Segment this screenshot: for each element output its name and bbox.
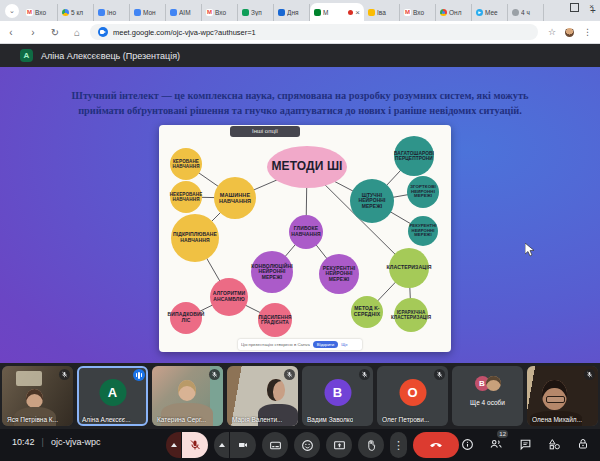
banner-text: Цю презентацію створено в Canva xyxy=(241,342,310,347)
participant-tile[interactable]: Яся Петрівна К... xyxy=(2,366,73,426)
chat-icon[interactable] xyxy=(518,437,532,451)
browser-tab[interactable]: Онл xyxy=(436,4,472,21)
drive-favicon xyxy=(62,9,69,16)
slide-banner: Цю презентацію створено в Canva Відкрити… xyxy=(238,339,362,350)
present-screen-button[interactable] xyxy=(326,432,352,458)
host-controls-icon[interactable] xyxy=(576,437,590,451)
presenter-avatar: А xyxy=(20,49,33,62)
window-close-icon[interactable]: × xyxy=(589,2,594,12)
mindmap-node-rnn_t: РЕКУРЕНТНІ НЕЙРОННІ МЕРЕЖІ xyxy=(408,216,438,246)
browser-url-bar: ‹ › ↻ ⌂ meet.google.com/ojc-vjva-wpc?aut… xyxy=(0,21,600,44)
participant-tile[interactable]: ООлег Петрови... xyxy=(377,366,448,426)
participant-tile[interactable]: Олена Михайл... xyxy=(527,366,598,426)
camera-button[interactable] xyxy=(230,432,256,458)
meeting-meta: 10:42 | ojc-vjva-wpc xyxy=(12,437,100,447)
browser-tab[interactable]: Вхо xyxy=(22,4,58,21)
chrome-favicon xyxy=(440,9,447,16)
participant-tile[interactable]: Катерина Серг... xyxy=(152,366,223,426)
gmail-favicon xyxy=(404,9,411,16)
participant-tile[interactable]: ВВадим Заволко xyxy=(302,366,373,426)
meeting-panels: 12 xyxy=(460,437,590,451)
tab-title: Мон xyxy=(143,9,161,16)
participant-name: Катерина Серг... xyxy=(157,416,206,423)
url-text: meet.google.com/ojc-vjva-wpc?authuser=1 xyxy=(113,28,256,37)
browser-tab[interactable]: Мее xyxy=(472,4,508,21)
captions-button[interactable] xyxy=(262,432,288,458)
person-head xyxy=(267,379,285,401)
window-controls: × xyxy=(570,2,594,12)
mic-mute-button[interactable] xyxy=(182,432,208,458)
person-head xyxy=(178,380,196,401)
person-glasses xyxy=(546,396,565,403)
camera-control xyxy=(214,432,256,458)
mic-off-icon xyxy=(359,369,370,380)
mindmap-node-mlp: БАГАТОШАРОВІ ПЕРЦЕПТРОНИ xyxy=(394,136,434,176)
people-icon[interactable]: 12 xyxy=(489,437,503,451)
browser-tab[interactable]: Вхо xyxy=(400,4,436,21)
mindmap-node-ensemble: АЛГОРИТМИ АНСАМБЛЮ xyxy=(210,278,248,316)
avatar xyxy=(486,376,501,391)
browser-tab[interactable]: АІМ xyxy=(166,4,202,21)
meet-toolbar: 10:42 | ojc-vjva-wpc ⋮ xyxy=(0,429,600,461)
camera-options-chevron[interactable] xyxy=(214,432,229,458)
window-restore-icon[interactable] xyxy=(570,3,579,12)
browser-tab[interactable]: Вхо xyxy=(202,4,238,21)
more-options-button[interactable]: ⋮ xyxy=(390,432,407,458)
photo-backdrop xyxy=(16,371,42,386)
address-input[interactable]: meet.google.com/ojc-vjva-wpc?authuser=1 xyxy=(90,24,538,40)
tab-title: 5 кл xyxy=(71,9,89,16)
tab-title: АІМ xyxy=(179,9,197,16)
browser-menu-icon[interactable]: ⋮ xyxy=(583,27,592,37)
meeting-code: ojc-vjva-wpc xyxy=(51,437,101,447)
presenter-title: Аліна Алексєєвець (Презентація) xyxy=(41,51,180,61)
reactions-button[interactable] xyxy=(294,432,320,458)
tab-title: Іно xyxy=(107,9,125,16)
meet-favicon xyxy=(98,27,108,37)
tab-title: Вхо xyxy=(413,9,431,16)
keep-favicon xyxy=(368,9,375,16)
tab-recording-indicator xyxy=(348,10,353,15)
mindmap-node-gradient: ПІДСИЛЕННЯ ГРАДІЄНТА xyxy=(258,303,292,337)
call-controls: ⋮ xyxy=(166,432,459,458)
browser-tab[interactable]: Зуп xyxy=(238,4,274,21)
forward-icon[interactable]: › xyxy=(22,27,44,38)
browser-tab[interactable]: Іва xyxy=(364,4,400,21)
participant-name: Олена Михайл... xyxy=(532,416,582,423)
browser-tab[interactable]: Іно xyxy=(94,4,130,21)
tab-search-icon[interactable]: ⌄ xyxy=(5,4,19,18)
raise-hand-button[interactable] xyxy=(358,432,384,458)
mouse-cursor xyxy=(525,243,535,257)
tab-title: Зуп xyxy=(251,9,269,16)
docs-favicon xyxy=(134,9,141,16)
participant-tile[interactable]: Марія Валенти... xyxy=(227,366,298,426)
participant-tile[interactable]: ВЩе 4 особи xyxy=(452,366,523,426)
participant-tile[interactable]: ААліна Алексєє... xyxy=(77,366,148,426)
reload-icon[interactable]: ↻ xyxy=(44,27,66,38)
meta-separator: | xyxy=(42,437,44,447)
tab-close-icon[interactable]: × xyxy=(355,8,360,17)
mindmap-node-kmeans: МЕТОД K-СЕРЕДНІХ xyxy=(351,296,383,328)
bookmark-star-icon[interactable]: ☆ xyxy=(548,27,556,37)
home-icon[interactable]: ⌂ xyxy=(66,27,88,38)
slides-favicon xyxy=(278,9,285,16)
profile-avatar[interactable] xyxy=(565,28,574,37)
telegram-favicon xyxy=(476,9,483,16)
mic-options-chevron[interactable] xyxy=(166,432,181,458)
mindmap-node-deep: ГЛИБОКЕ НАВЧАННЯ xyxy=(289,215,323,249)
back-icon[interactable]: ‹ xyxy=(0,27,22,38)
gmail-favicon xyxy=(206,9,213,16)
activities-icon[interactable] xyxy=(547,437,561,451)
overflow-avatars: В xyxy=(475,376,501,391)
mindmap-node-kerovane: КЕРОВАНЕ НАВЧАННЯ xyxy=(170,148,202,180)
tab-title: Онл xyxy=(449,9,467,16)
end-call-button[interactable] xyxy=(413,432,459,458)
meet-favicon xyxy=(314,9,321,16)
browser-tab[interactable]: Дня xyxy=(274,4,310,21)
browser-tab[interactable]: Мон xyxy=(130,4,166,21)
tab-title: 4 ч xyxy=(521,9,539,16)
browser-tab[interactable]: М× xyxy=(310,3,364,21)
avatar: О xyxy=(399,379,426,406)
browser-tab[interactable]: 5 кл xyxy=(58,4,94,21)
info-icon[interactable] xyxy=(460,437,474,451)
browser-tab[interactable]: 4 ч xyxy=(508,4,544,21)
